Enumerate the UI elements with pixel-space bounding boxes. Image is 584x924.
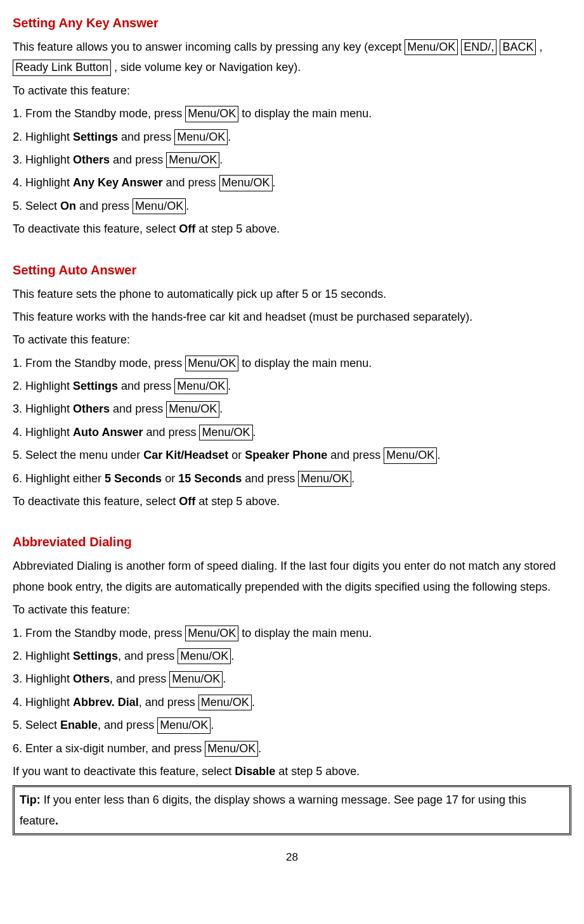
step-6: 6. Highlight either 5 Seconds or 15 Seco… [13,468,571,489]
text: . [231,650,234,662]
tip-period: . [55,814,58,827]
key-menu-ok: Menu/OK [185,106,238,122]
text: or [228,449,245,461]
bold-text: Car Kit/Headset [143,449,228,461]
key-end: END/, [461,39,496,55]
step-5: 5. Select Enable, and press Menu/OK. [13,715,571,735]
text: 5. Select [13,719,60,731]
text: This feature allows you to answer incomi… [13,41,405,53]
text: 1. From the Standby mode, press [13,357,185,369]
text: at step 5 above. [195,222,280,235]
intro-text: This feature allows you to answer incomi… [13,37,571,78]
text: , and press [118,650,178,662]
text: 6. Enter a six-digit number, and press [13,742,205,755]
step-2: 2. Highlight Settings and press Menu/OK. [13,376,571,396]
text: or [162,472,178,485]
text: 5. Select the menu under [13,449,143,461]
key-menu-ok: Menu/OK [157,717,211,733]
step-4: 4. Highlight Any Key Answer and press Me… [13,172,571,193]
text: to display the main menu. [238,627,372,639]
step-1: 1. From the Standby mode, press Menu/OK … [13,103,571,124]
text: 4. Highlight [13,696,73,709]
deactivate-text: To deactivate this feature, select Off a… [13,491,571,511]
bold-text: Speaker Phone [245,449,327,461]
text: To deactivate this feature, select [13,222,179,235]
bold-text: Off [179,495,195,508]
bold-text: 15 Seconds [178,472,242,485]
text: . [351,472,354,485]
step-1: 1. From the Standby mode, press Menu/OK … [13,353,571,373]
key-menu-ok: Menu/OK [298,471,351,487]
text: 4. Highlight [13,426,73,439]
heading-any-key-answer: Setting Any Key Answer [13,11,571,34]
text: 5. Select [13,200,60,212]
text: and press [143,426,199,439]
step-6: 6. Enter a six-digit number, and press M… [13,738,571,759]
text: , side volume key or Navigation key). [111,61,301,74]
text: . [437,449,440,461]
deactivate-text: To deactivate this feature, select Off a… [13,219,571,239]
heading-abbreviated-dialing: Abbreviated Dialing [13,530,571,553]
heading-auto-answer: Setting Auto Answer [13,259,571,281]
deactivate-text: If you want to deactivate this feature, … [13,761,571,781]
intro-text: Abbreviated Dialing is another form of s… [13,556,571,597]
bold-text: Auto Answer [73,426,143,439]
step-3: 3. Highlight Others and press Menu/OK. [13,150,571,170]
intro-text: This feature sets the phone to automatic… [13,284,571,304]
text: . [252,696,255,709]
bold-text: Abbrev. Dial [73,696,139,709]
text: and press [110,153,166,166]
text: . [273,176,276,189]
tip-text: If you enter less than 6 digits, the dis… [20,793,526,826]
bold-text: Disable [235,765,275,778]
text: , [536,41,542,53]
key-menu-ok: Menu/OK [384,447,437,463]
bold-text: Settings [73,131,118,143]
text: at step 5 above. [195,495,280,508]
text: at step 5 above. [275,765,360,778]
bold-text: Any Key Answer [73,176,162,189]
bold-text: Settings [73,650,118,662]
text: , and press [110,672,169,685]
key-menu-ok: Menu/OK [199,425,252,440]
step-5: 5. Select the menu under Car Kit/Headset… [13,445,571,465]
step-5: 5. Select On and press Menu/OK. [13,196,571,216]
text: . [219,402,223,415]
text: . [228,131,231,143]
text: 2. Highlight [13,131,73,143]
text: and press [327,449,384,461]
text: and press [162,176,219,189]
text: and press [76,200,133,212]
text: . [228,380,231,392]
text: . [253,426,256,439]
key-menu-ok: Menu/OK [174,129,228,145]
key-menu-ok: Menu/OK [166,152,219,168]
step-4: 4. Highlight Auto Answer and press Menu/… [13,422,571,442]
bold-text: Others [73,672,110,685]
key-menu-ok: Menu/OK [166,401,219,417]
text: to display the main menu. [238,357,372,369]
key-menu-ok: Menu/OK [198,695,252,710]
step-2: 2. Highlight Settings and press Menu/OK. [13,127,571,147]
bold-text: Others [73,402,110,415]
step-3: 3. Highlight Others and press Menu/OK. [13,399,571,419]
activate-text: To activate this feature: [13,80,571,101]
bold-text: Others [73,153,110,166]
key-menu-ok: Menu/OK [205,741,258,757]
text: 3. Highlight [13,153,73,166]
key-back: BACK [500,39,536,55]
step-1: 1. From the Standby mode, press Menu/OK … [13,623,571,643]
key-menu-ok: Menu/OK [185,356,238,371]
step-3: 3. Highlight Others, and press Menu/OK. [13,669,571,689]
key-menu-ok: Menu/OK [178,648,231,664]
bold-text: Off [179,222,195,235]
text: and press [242,472,298,485]
text: and press [118,380,174,392]
key-menu-ok: Menu/OK [133,198,186,214]
tip-box: Tip: If you enter less than 6 digits, th… [13,785,571,835]
intro-text: This feature works with the hands-free c… [13,307,571,327]
text: 1. From the Standby mode, press [13,107,185,120]
text: If you want to deactivate this feature, … [13,765,235,778]
step-2: 2. Highlight Settings, and press Menu/OK… [13,646,571,666]
text: , and press [98,719,157,731]
